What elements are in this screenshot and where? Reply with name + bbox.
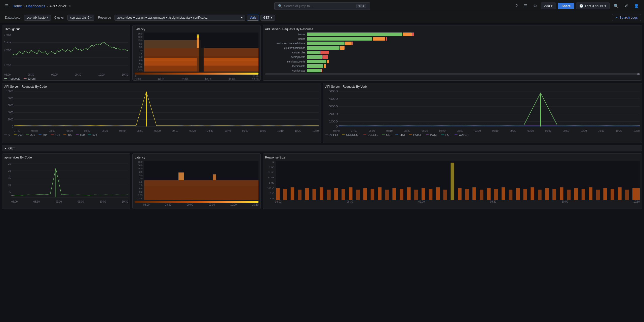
response-size-chart (276, 161, 640, 200)
svg-rect-83 (400, 189, 403, 200)
verb-value-filter[interactable]: GET ▾ (260, 15, 275, 21)
svg-rect-112 (611, 189, 614, 200)
latency-y-axis: 60.0 30.0 15.0 8.0 5.0 3.0 1.5 1.0 0.6 0… (135, 33, 143, 72)
nav-center: 🔍 Search or jump to... ctrl+k (274, 2, 370, 10)
breadcrumb-sep2: › (47, 4, 48, 8)
add-button[interactable]: Add ▾ (541, 3, 556, 9)
svg-text:4000: 4000 (328, 98, 338, 100)
colorscale-labels: 1 6166 (135, 75, 258, 77)
time-range-button[interactable]: 🕐 Last 3 hours ▾ (576, 3, 610, 9)
svg-rect-12 (144, 40, 201, 48)
resource-name-ds: daemonsets (265, 65, 305, 68)
settings-icon-btn[interactable]: ⚙ (531, 3, 539, 9)
resource-row-deploy: deployments (265, 55, 640, 59)
resource-name-nodes: nodes (265, 38, 305, 40)
breadcrumb-dashboards[interactable]: Dashboards (26, 4, 45, 8)
svg-rect-92 (465, 189, 469, 200)
x-label-6: 10:30 (122, 73, 128, 76)
legend-requests: Requests (4, 77, 20, 80)
svg-rect-61 (144, 186, 258, 200)
cm-orange-bar (321, 69, 322, 72)
share-button[interactable]: Share (558, 3, 574, 9)
code-503-dot (88, 135, 91, 135)
zoom-out-icon-btn[interactable]: 🔍 (612, 3, 621, 9)
svg-rect-97 (502, 187, 505, 200)
svg-rect-64 (213, 174, 216, 180)
get-section-collapse[interactable]: ▼ GET (2, 145, 642, 151)
code-500-legend: 500 (76, 133, 85, 136)
svg-rect-63 (178, 173, 184, 180)
code-503-legend: 503 (88, 133, 97, 136)
api-latency-y-axis: 60.0 30.0 15.0 8.0 5.0 3.0 1.5 1.0 0.6 0… (135, 161, 143, 200)
api-latency-colorscale (135, 201, 258, 203)
cr-red-bar (320, 51, 329, 54)
y-30: 30.0 (135, 36, 142, 38)
svg-rect-85 (414, 190, 418, 200)
latency-panel: Latency 60.0 30.0 15.0 8.0 5.0 3.0 1.5 1… (132, 25, 261, 81)
by-code-x-axis: 07:40 07:50 08:00 08:10 08:20 08:30 08:4… (4, 130, 319, 132)
svg-rect-74 (334, 188, 338, 200)
user-icon-btn[interactable]: 👤 (632, 3, 641, 9)
crb-green-bar (307, 46, 339, 50)
verb-value: GET (263, 16, 270, 19)
throughput-title: Throughput (4, 27, 128, 31)
svg-rect-76 (349, 187, 352, 200)
code-200-legend: 200 (14, 133, 22, 136)
y-0_2: 0.2 (135, 62, 142, 65)
svg-text:5: 5 (10, 191, 11, 194)
code-200-label: 200 (18, 133, 22, 136)
by-verb-legend: APPLY CONNECT DELETE GET LIST (325, 133, 640, 136)
api-latency-heatmap (144, 161, 258, 200)
by-resource-title: API Server - Requests By Resource (265, 27, 640, 31)
svg-rect-15 (197, 35, 199, 38)
datasource-filter[interactable]: ccp-adx-kusto ▾ (24, 15, 51, 21)
x-label-1: 08:00 (4, 73, 11, 76)
svg-text:0 req/s: 0 req/s (4, 64, 11, 67)
resource-scrollbar[interactable] (265, 73, 640, 75)
resource-bars-leases (307, 33, 640, 36)
throughput-panel: Throughput 30 req/s (2, 25, 130, 81)
search-logs-button[interactable]: ↗ Search Logs (612, 14, 641, 21)
svg-text:10000: 10000 (6, 90, 13, 93)
sa-green-bar (307, 60, 326, 63)
response-size-title: Response Size (265, 156, 640, 159)
resource-row-leases: leases (265, 33, 640, 36)
breadcrumb-home[interactable]: Home (13, 4, 22, 8)
row-1: Throughput 30 req/s (2, 25, 642, 81)
crd-green-bar (307, 42, 345, 45)
star-icon[interactable]: ☆ (68, 4, 71, 8)
svg-text:0: 0 (12, 125, 14, 128)
svg-rect-16 (144, 58, 197, 61)
nodes-red-bar (386, 37, 387, 41)
cluster-value: ccp-adx-aks-9 (70, 16, 89, 19)
response-size-panel: Response Size inf 1 GB 100 MB 10 MB 1 MB… (263, 153, 642, 209)
svg-rect-68 (291, 187, 294, 200)
get-section-label: GET (8, 146, 15, 150)
svg-text:1000: 1000 (328, 120, 338, 123)
svg-rect-111 (603, 188, 607, 200)
svg-text:6000: 6000 (8, 104, 14, 107)
hamburger-menu[interactable]: ☰ (3, 3, 11, 9)
svg-rect-88 (436, 187, 440, 200)
time-range-label: Last 3 hours (585, 4, 603, 8)
resource-filter[interactable]: apiservices + assign + assignimage + ass… (115, 15, 245, 21)
sa-orange-bar (327, 60, 329, 63)
svg-rect-110 (596, 190, 600, 200)
deploy-red-bar (322, 55, 328, 59)
library-icon-btn[interactable]: ☰ (522, 3, 529, 9)
code-200-dot (14, 135, 17, 135)
svg-rect-77 (356, 190, 360, 200)
global-search[interactable]: 🔍 Search or jump to... ctrl+k (274, 2, 370, 10)
code-0-dot (4, 135, 7, 135)
resource-value: apiservices + assign + assignimage + ass… (117, 16, 209, 19)
x-label-3: 09:00 (51, 73, 58, 76)
resource-bars-deploy (307, 55, 640, 59)
nav-right: ? ☰ ⚙ Add ▾ Share 🕐 Last 3 hours ▾ 🔍 ↺ 👤 (372, 3, 641, 9)
refresh-icon-btn[interactable]: ↺ (623, 3, 630, 9)
help-icon-btn[interactable]: ? (513, 3, 520, 9)
throughput-legend: Requests Errors (4, 77, 128, 80)
resource-row-nodes: nodes (265, 37, 640, 41)
by-code-chart: 10000 8000 6000 4000 2000 0 (4, 90, 319, 129)
cluster-filter[interactable]: ccp-adx-aks-9 ▾ (67, 15, 94, 21)
code-304-dot (39, 135, 42, 135)
